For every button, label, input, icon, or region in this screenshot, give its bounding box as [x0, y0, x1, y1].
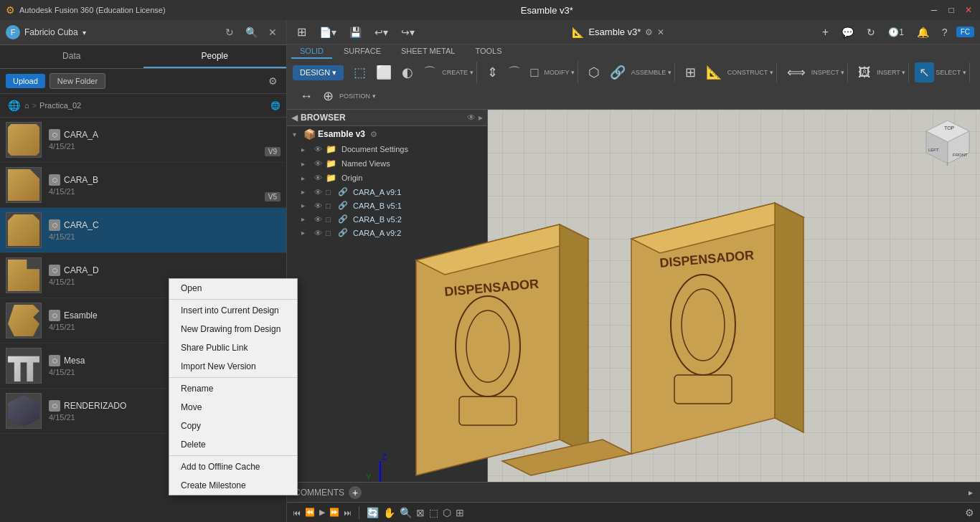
- close-panel-button[interactable]: ✕: [265, 24, 281, 40]
- prev-button[interactable]: ⏪: [305, 508, 315, 517]
- ctx-copy[interactable]: Copy: [169, 417, 297, 435]
- doc-close-icon[interactable]: ✕: [657, 27, 664, 37]
- file-menu-button[interactable]: 📄▾: [315, 24, 341, 40]
- panel-settings-button[interactable]: ⚙: [265, 73, 281, 89]
- tab-sheet-metal[interactable]: SHEET METAL: [392, 44, 463, 59]
- ctx-insert[interactable]: Insert into Current Design: [169, 301, 297, 320]
- visual-style-button[interactable]: ⬡: [443, 507, 451, 518]
- next-button[interactable]: ⏩: [329, 508, 339, 517]
- view-cube[interactable]: TOP LEFT FRONT ↓: [923, 117, 973, 167]
- orbit-button[interactable]: 🔄: [367, 507, 379, 518]
- tree-eye: 👁: [312, 229, 324, 237]
- ctx-open[interactable]: Open: [169, 279, 297, 298]
- assemble-btn1[interactable]: ⬡: [584, 62, 604, 82]
- insert-label[interactable]: INSERT ▾: [877, 69, 905, 76]
- ctx-separator: [169, 299, 297, 300]
- modify-shell-button[interactable]: □: [527, 63, 543, 82]
- construct-btn2[interactable]: 📐: [702, 62, 726, 82]
- create-revolve-button[interactable]: ◐: [397, 62, 418, 82]
- play-button[interactable]: ▶: [319, 508, 325, 517]
- search-button[interactable]: 🔍: [243, 24, 259, 40]
- grid-toggle-button[interactable]: ⊞: [456, 507, 464, 518]
- tab-solid[interactable]: SOLID: [291, 44, 332, 59]
- minimize-button[interactable]: ─: [928, 4, 940, 16]
- modify-label[interactable]: MODIFY ▾: [544, 69, 574, 76]
- viewport[interactable]: ◀ BROWSER 👁 ▸ ▾ 📦 Esamble v3 ⚙ ▸ 👁: [287, 110, 980, 482]
- ctx-move[interactable]: Move: [169, 398, 297, 417]
- jobs-button[interactable]: 🕐1: [884, 25, 908, 39]
- browser-eye-button[interactable]: 👁: [467, 113, 476, 123]
- tree-eye: 👁: [312, 201, 324, 210]
- browser-collapse-button[interactable]: ◀: [291, 113, 298, 123]
- ctx-import-version[interactable]: Import New Version: [169, 357, 297, 376]
- zoom-extents-button[interactable]: ⊠: [416, 507, 425, 518]
- refresh-button[interactable]: ↻: [222, 24, 237, 40]
- tab-people[interactable]: People: [143, 45, 287, 68]
- inspect-label[interactable]: INSPECT ▾: [811, 69, 844, 76]
- modify-fillet-button[interactable]: ⌒: [504, 62, 525, 83]
- pan-button[interactable]: ✋: [383, 507, 395, 518]
- user-initials-button[interactable]: FC: [956, 27, 974, 37]
- design-dropdown-button[interactable]: DESIGN ▾: [293, 65, 344, 80]
- ctx-rename[interactable]: Rename: [169, 379, 297, 398]
- end-button[interactable]: ⏭: [344, 508, 352, 517]
- zoom-button[interactable]: 🔍: [400, 507, 412, 518]
- app-grid-button[interactable]: ⊞: [293, 23, 311, 41]
- redo-button[interactable]: ↪▾: [397, 24, 419, 40]
- titlebar-center: Esamble v3*: [166, 5, 928, 16]
- close-button[interactable]: ✕: [963, 4, 974, 16]
- ctx-offline[interactable]: Add to Offline Cache: [169, 457, 297, 476]
- create-sweep-button[interactable]: ⌒: [419, 62, 440, 83]
- select-btn1[interactable]: ↖: [915, 62, 934, 82]
- breadcrumb-folder[interactable]: Practica_02: [39, 101, 81, 110]
- ctx-delete[interactable]: Delete: [169, 435, 297, 454]
- comments-add-button[interactable]: +: [349, 486, 362, 499]
- assemble-label[interactable]: ASSEMBLE ▾: [631, 69, 672, 76]
- inspect-btn1[interactable]: ⟺: [783, 62, 810, 82]
- help-button[interactable]: ?: [938, 24, 952, 40]
- display-mode-button[interactable]: ⬚: [429, 507, 438, 518]
- create-extrude-button[interactable]: ⬜: [372, 62, 396, 82]
- assemble-btn2[interactable]: 🔗: [606, 62, 630, 82]
- ctx-milestone[interactable]: Create Milestone: [169, 476, 297, 495]
- position-btn2[interactable]: ⊕: [319, 86, 338, 106]
- tree-arrow: ▸: [301, 146, 310, 153]
- modify-press-pull-button[interactable]: ⇕: [483, 62, 502, 82]
- tree-eye: 👁: [312, 159, 324, 168]
- tab-data[interactable]: Data: [0, 45, 143, 68]
- model-3d: DISPENSADOR DISPENSADOR X: [359, 153, 875, 482]
- save-button[interactable]: 💾: [345, 24, 366, 40]
- create-sketch-button[interactable]: ⬚: [349, 62, 370, 82]
- create-label[interactable]: CREATE ▾: [442, 69, 473, 76]
- ctx-share-public[interactable]: Share Public Link: [169, 338, 297, 357]
- upload-button[interactable]: Upload: [6, 74, 45, 88]
- sync-button[interactable]: ↻: [862, 24, 880, 40]
- right-area: ⊞ 📄▾ 💾 ↩▾ ↪▾ 📐 Esamble v3* ⚙ ✕ +: [287, 20, 980, 522]
- file-thumbnail: [6, 348, 42, 384]
- position-btn1[interactable]: ↔: [296, 87, 317, 106]
- browser-expand-button[interactable]: ▸: [479, 113, 483, 123]
- settings-bottom-button[interactable]: ⚙: [965, 507, 974, 518]
- new-folder-button[interactable]: New Folder: [50, 73, 105, 89]
- list-item-selected[interactable]: ⬡ CARA_C 4/15/21: [0, 208, 286, 253]
- notifications-button[interactable]: 🔔: [913, 24, 933, 40]
- select-label[interactable]: SELECT ▾: [936, 69, 966, 76]
- rewind-button[interactable]: ⏮: [293, 508, 301, 517]
- insert-btn1[interactable]: 🖼: [854, 63, 875, 82]
- construct-label[interactable]: CONSTRUCT ▾: [727, 69, 773, 76]
- tree-root[interactable]: ▾ 📦 Esamble v3 ⚙: [287, 126, 487, 142]
- undo-button[interactable]: ↩▾: [370, 24, 392, 40]
- maximize-button[interactable]: □: [946, 4, 957, 16]
- tab-tools[interactable]: TOOLS: [466, 44, 510, 59]
- add-tab-button[interactable]: +: [818, 24, 833, 41]
- breadcrumb-home[interactable]: ⌂: [24, 101, 29, 110]
- position-label[interactable]: POSITION ▾: [339, 92, 376, 100]
- ctx-new-drawing[interactable]: New Drawing from Design: [169, 320, 297, 338]
- construct-btn1[interactable]: ⊞: [681, 62, 700, 82]
- tab-surface[interactable]: SURFACE: [335, 44, 390, 59]
- list-item[interactable]: ⬡ CARA_A 4/15/21 V9: [0, 118, 286, 163]
- comments-collapse-icon[interactable]: ▸: [969, 488, 973, 498]
- user-menu[interactable]: F Fabricio Cuba ▾: [6, 25, 86, 39]
- chat-button[interactable]: 💬: [837, 24, 858, 40]
- list-item[interactable]: ⬡ CARA_B 4/15/21 V5: [0, 163, 286, 208]
